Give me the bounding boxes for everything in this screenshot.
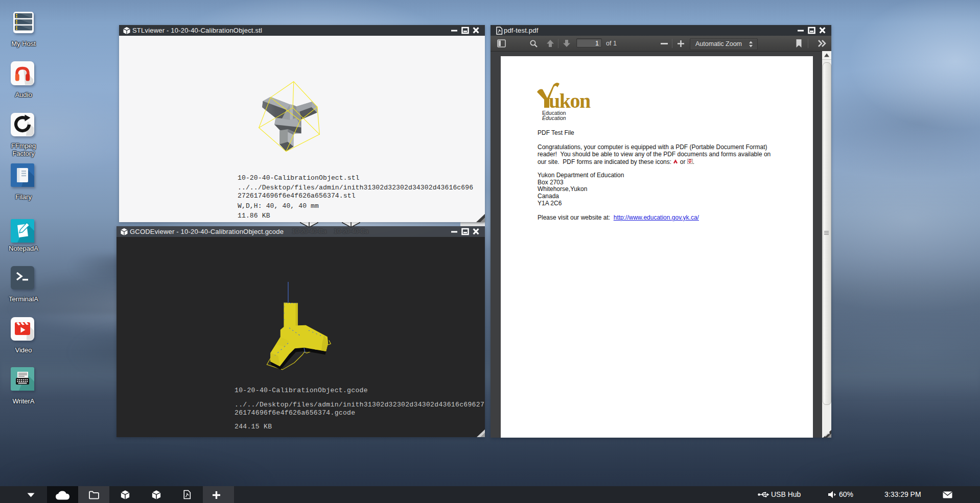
svg-text:ukon: ukon (549, 89, 591, 110)
